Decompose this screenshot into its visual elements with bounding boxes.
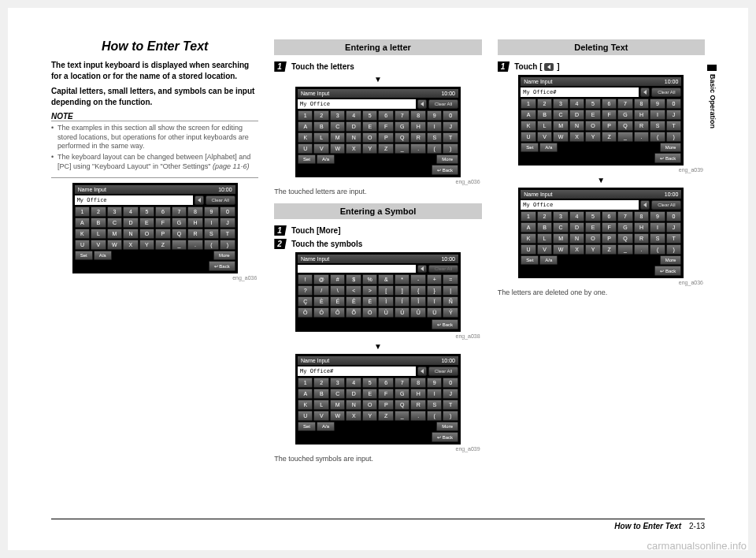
keyboard-key: E <box>585 110 601 120</box>
keyboard-key: C <box>553 110 569 120</box>
key-row-u: UVWXYZ_.() <box>521 132 681 142</box>
keyboard-screenshot-main: Name Input10:00 My Office Clear All 1234… <box>72 183 238 273</box>
key-row-a: ABCDEFGHIJ <box>521 110 681 120</box>
keyboard-key: } <box>427 285 443 296</box>
keyboard-key: ( <box>650 132 665 142</box>
keyboard-key: W <box>553 244 569 255</box>
keyboard-key: 0 <box>443 378 458 388</box>
keyboard-key: 2 <box>537 211 553 221</box>
keyboard-key: Í <box>395 296 410 307</box>
keyboard-key: A <box>298 389 313 399</box>
keyboard-key: 5 <box>139 206 155 217</box>
keyboard-key: & <box>378 274 394 285</box>
keyboard-key: 1 <box>75 206 91 217</box>
key-row-k: KLMNOPQRST <box>298 400 458 410</box>
keyboard-key: 5 <box>362 110 378 121</box>
keyboard-key: ( <box>204 240 220 250</box>
keyboard-key: K <box>298 132 313 143</box>
keyboard-key: X <box>123 240 139 250</box>
keyboard-key: Ô <box>330 307 346 318</box>
step-2-touch-symbols: 2Touch the symbols <box>274 239 481 249</box>
key-row-k: KLMNOPQRST <box>75 229 235 239</box>
keyboard-key: { <box>410 285 426 296</box>
keyboard-key: I <box>427 121 443 132</box>
keyboard-key: V <box>537 132 553 142</box>
keyboard-key: 6 <box>378 378 394 388</box>
flow-arrow-icon: ▼ <box>498 176 705 184</box>
keyboard-key: S <box>427 132 443 143</box>
keyboard-key: Q <box>617 233 633 244</box>
keyboard-key: B <box>537 110 553 120</box>
keyboard-key: H <box>410 121 426 132</box>
keyboard-key: . <box>410 143 426 154</box>
keyboard-screenshot-after-symbol: Name Input10:00 My Office# Clear All 123… <box>295 354 461 445</box>
keyboard-key: C <box>107 218 123 228</box>
manual-page: Basic Operation How to Enter Text The te… <box>8 8 748 550</box>
key-row-u: UVWXYZ_.() <box>298 143 458 154</box>
keyboard-key: L <box>313 132 329 143</box>
key-row-num: 1234567890 <box>298 110 458 121</box>
keyboard-key: Ì <box>378 296 394 307</box>
keyboard-key: B <box>91 218 106 228</box>
keyboard-key: Y <box>585 132 601 142</box>
keyboard-key: U <box>298 143 313 154</box>
subheading-entering-letter: Entering a letter <box>274 39 481 55</box>
keyboard-key: 5 <box>585 211 601 221</box>
step-1-touch-letters: 1Touch the letters <box>274 61 481 72</box>
keyboard-key: 8 <box>634 99 650 109</box>
keyboard-key: 8 <box>410 110 426 121</box>
result-letters-input: The touched letters are input. <box>274 188 481 195</box>
keyboard-key: G <box>395 121 410 132</box>
step-1-touch-more: 1Touch [More] <box>274 225 481 236</box>
keyboard-key: ( <box>427 411 443 421</box>
keyboard-key: 8 <box>410 378 426 388</box>
keyboard-key: . <box>634 132 650 142</box>
footer-page-number: 2-13 <box>689 522 705 530</box>
keyboard-key: I <box>427 389 443 399</box>
keyboard-key: T <box>666 121 682 131</box>
keyboard-key: F <box>155 218 171 228</box>
keyboard-key: S <box>650 121 665 131</box>
keyboard-key: 6 <box>602 99 617 109</box>
keyboard-key: Z <box>378 411 394 421</box>
keyboard-key: P <box>602 121 617 131</box>
keyboard-key: X <box>346 411 361 421</box>
keyboard-key: _ <box>395 411 410 421</box>
key-row-num: 1234567890 <box>521 99 681 109</box>
keyboard-key: 5 <box>585 99 601 109</box>
keyboard-key: 7 <box>395 110 410 121</box>
keyboard-key: F <box>378 389 394 399</box>
keyboard-key: 3 <box>330 110 346 121</box>
note-heading: NOTE <box>51 112 258 121</box>
keyboard-key: J <box>666 110 682 120</box>
keyboard-key: 9 <box>650 211 665 221</box>
keyboard-key: L <box>91 229 106 239</box>
keyboard-key: M <box>553 233 569 244</box>
keyboard-key: Ë <box>362 296 378 307</box>
keyboard-key: Q <box>172 229 187 239</box>
column-3: Deleting Text 1 Touch [ ] Name Input10:0… <box>498 39 705 511</box>
keyboard-key: F <box>602 222 617 232</box>
keyboard-key: 2 <box>313 378 329 388</box>
keyboard-key: _ <box>617 244 633 255</box>
keyboard-key: 7 <box>172 206 187 217</box>
keyboard-key: E <box>139 218 155 228</box>
key-row-a: ABCDEFGHIJ <box>298 121 458 132</box>
footer-title: How to Enter Text <box>614 522 681 530</box>
keyboard-key: 8 <box>634 211 650 221</box>
note-item: The examples in this section all show th… <box>51 124 258 151</box>
keyboard-screenshot-delete-before: Name Input10:00 My Office# Clear All 123… <box>518 75 684 166</box>
keyboard-key: Y <box>362 411 378 421</box>
keyboard-key: N <box>123 229 139 239</box>
keyboard-key: Y <box>585 244 601 255</box>
backspace-icon <box>544 63 554 71</box>
keyboard-key: U <box>298 411 313 421</box>
keyboard-key: F <box>602 110 617 120</box>
keyboard-key: R <box>634 121 650 131</box>
keyboard-key: T <box>443 132 458 143</box>
key-row-u: UVWXYZ_.() <box>521 244 681 255</box>
keyboard-key: K <box>521 233 536 244</box>
keyboard-key: 4 <box>569 99 585 109</box>
keyboard-key: 2 <box>537 99 553 109</box>
keyboard-key: L <box>313 400 329 410</box>
